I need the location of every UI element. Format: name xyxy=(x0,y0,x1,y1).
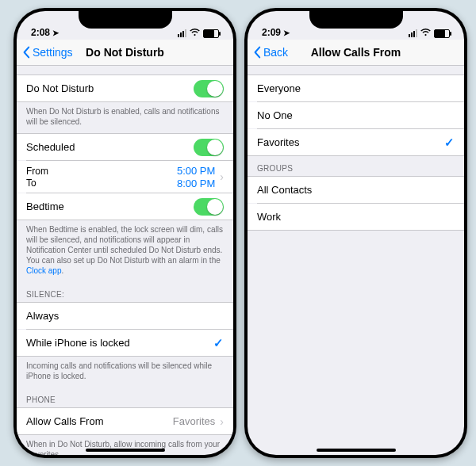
while-locked-label: While iPhone is locked xyxy=(26,337,130,349)
bedtime-footer: When Bedtime is enabled, the lock screen… xyxy=(17,220,233,282)
phone-do-not-disturb: 2:08 ➤ Settings Do Not Disturb xyxy=(13,8,236,458)
dnd-row: Do Not Disturb xyxy=(17,74,233,101)
wifi-icon xyxy=(420,29,431,38)
chevron-right-icon: › xyxy=(220,170,224,183)
dnd-toggle[interactable] xyxy=(194,80,224,97)
row-favorites[interactable]: Favorites ✓ xyxy=(248,129,464,155)
phone-allow-calls-from: 2:09 ➤ Back Allow Calls From xyxy=(244,8,467,458)
bedtime-label: Bedtime xyxy=(26,201,64,212)
dnd-footer: When Do Not Disturb is enabled, calls an… xyxy=(17,102,233,133)
battery-icon xyxy=(434,29,450,38)
row-label: All Contacts xyxy=(257,184,312,196)
scheduled-toggle[interactable] xyxy=(194,139,224,156)
row-label: No One xyxy=(257,109,293,121)
allow-calls-value: Favorites xyxy=(173,415,215,427)
silence-footer: Incoming calls and notifications will be… xyxy=(17,357,233,388)
row-label: Favorites xyxy=(257,136,299,148)
cellular-icon xyxy=(409,29,417,37)
chevron-right-icon: › xyxy=(220,415,224,428)
groups-header: GROUPS xyxy=(248,156,464,176)
home-indicator[interactable] xyxy=(317,449,396,452)
from-value: 5:00 PM xyxy=(177,165,215,177)
always-label: Always xyxy=(26,310,59,322)
notch xyxy=(79,11,172,29)
nav-title: Allow Calls From xyxy=(248,46,464,59)
while-locked-row[interactable]: While iPhone is locked ✓ xyxy=(17,330,233,356)
battery-icon xyxy=(203,29,219,38)
bedtime-row: Bedtime xyxy=(17,193,233,220)
nav-title: Do Not Disturb xyxy=(17,46,233,59)
always-row[interactable]: Always xyxy=(17,302,233,329)
allow-calls-footer: When in Do Not Disturb, allow incoming c… xyxy=(17,435,233,455)
checkmark-icon: ✓ xyxy=(444,136,455,150)
phone-header: PHONE xyxy=(17,388,233,407)
from-label: From xyxy=(26,166,48,177)
allow-calls-label: Allow Calls From xyxy=(26,415,104,427)
to-label: To xyxy=(26,178,48,189)
row-all-contacts[interactable]: All Contacts xyxy=(248,176,464,203)
schedule-time-row[interactable]: From To 5:00 PM 8:00 PM › xyxy=(17,161,233,193)
row-no-one[interactable]: No One xyxy=(248,102,464,128)
silence-header: SILENCE: xyxy=(17,282,233,302)
location-icon: ➤ xyxy=(52,29,59,37)
wifi-icon xyxy=(190,29,200,38)
row-label: Work xyxy=(257,211,281,223)
bedtime-toggle[interactable] xyxy=(194,198,224,216)
notch xyxy=(309,11,403,29)
allow-calls-row[interactable]: Allow Calls From Favorites › xyxy=(17,407,233,434)
location-icon: ➤ xyxy=(283,29,290,37)
home-indicator[interactable] xyxy=(86,449,165,452)
nav-bar: Settings Do Not Disturb xyxy=(17,40,233,66)
row-everyone[interactable]: Everyone xyxy=(248,74,464,101)
scheduled-label: Scheduled xyxy=(26,141,75,153)
nav-bar: Back Allow Calls From xyxy=(248,40,464,66)
dnd-label: Do Not Disturb xyxy=(26,82,94,94)
scheduled-row: Scheduled xyxy=(17,133,233,160)
clock-app-link[interactable]: Clock app xyxy=(26,266,61,275)
row-work[interactable]: Work xyxy=(248,204,464,230)
to-value: 8:00 PM xyxy=(177,178,215,189)
cellular-icon xyxy=(178,29,186,37)
row-label: Everyone xyxy=(257,82,301,94)
status-time: 2:09 xyxy=(262,27,281,38)
checkmark-icon: ✓ xyxy=(213,336,224,350)
status-time: 2:08 xyxy=(31,27,50,38)
